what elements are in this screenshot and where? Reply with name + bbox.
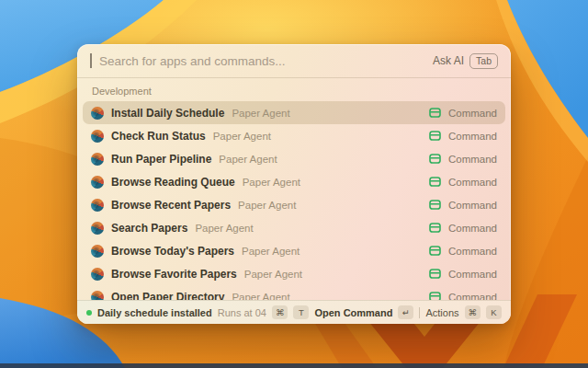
section-header: Development (77, 78, 511, 101)
command-type-icon (429, 199, 441, 211)
command-title: Search Papers (111, 222, 187, 235)
command-title: Check Run Status (111, 130, 206, 143)
cmd-key: ⌘ (465, 305, 481, 319)
paper-agent-app-icon (91, 153, 104, 166)
command-subtitle: Paper Agent (219, 154, 277, 165)
command-list: Install Daily Schedule Paper Agent Comma… (77, 101, 511, 308)
list-item[interactable]: Run Paper Pipeline Paper Agent Command (83, 147, 505, 170)
command-subtitle: Paper Agent (243, 177, 300, 188)
command-title: Browse Today's Papers (111, 245, 234, 258)
command-subtitle: Paper Agent (195, 223, 253, 234)
command-type-icon (429, 130, 441, 142)
paper-agent-app-icon (91, 245, 104, 258)
paper-agent-app-icon (91, 222, 104, 235)
command-type-label: Command (448, 131, 497, 142)
list-item[interactable]: Browse Today's Papers Paper Agent Comman… (83, 239, 505, 262)
paper-agent-app-icon (91, 268, 104, 281)
command-type-label: Command (448, 154, 497, 165)
cmd-key: ⌘ (272, 305, 288, 319)
list-item[interactable]: Check Run Status Paper Agent Command (83, 124, 505, 147)
command-subtitle: Paper Agent (242, 246, 300, 257)
text-caret (90, 53, 92, 68)
command-type-icon (429, 268, 441, 280)
command-title: Browse Favorite Papers (111, 268, 237, 281)
status-dot-icon (86, 310, 92, 316)
actions-button[interactable]: Actions (425, 307, 458, 318)
command-type-label: Command (448, 108, 497, 119)
command-subtitle: Paper Agent (232, 108, 289, 119)
command-title: Install Daily Schedule (111, 107, 224, 120)
command-title: Browse Recent Papers (111, 199, 231, 212)
command-subtitle: Paper Agent (238, 200, 296, 211)
search-placeholder: Search for apps and commands... (99, 54, 425, 68)
return-key: ↵ (398, 305, 413, 319)
command-type-label: Command (448, 177, 497, 188)
command-type-icon (429, 176, 441, 188)
command-type-label: Command (448, 223, 497, 234)
k-key: K (486, 305, 502, 319)
footer-bar: Daily schedule installed Runs at 04:00 a… (77, 300, 511, 324)
command-subtitle: Paper Agent (244, 269, 302, 280)
list-item[interactable]: Browse Reading Queue Paper Agent Command (83, 170, 505, 193)
tab-key: Tab (469, 53, 498, 69)
search-input[interactable]: Search for apps and commands... Ask AI T… (77, 44, 511, 77)
paper-agent-app-icon (91, 199, 104, 212)
list-item[interactable]: Install Daily Schedule Paper Agent Comma… (83, 101, 505, 124)
command-title: Run Paper Pipeline (111, 153, 211, 166)
paper-agent-app-icon (91, 130, 104, 143)
command-type-icon (429, 107, 441, 119)
t-key: T (293, 305, 309, 319)
paper-agent-app-icon (91, 176, 104, 189)
footer-divider (419, 307, 420, 318)
ask-ai-button[interactable]: Ask AI Tab (433, 53, 498, 69)
command-title: Browse Reading Queue (111, 176, 235, 189)
list-item[interactable]: Browse Recent Papers Paper Agent Command (83, 193, 505, 216)
status-description: Runs at 04:00 and catches u... (218, 307, 266, 318)
list-item[interactable]: Browse Favorite Papers Paper Agent Comma… (83, 262, 505, 285)
command-type-label: Command (448, 200, 497, 211)
paper-agent-app-icon (91, 107, 104, 120)
command-type-icon (429, 245, 441, 257)
command-type-label: Command (448, 269, 497, 280)
ask-ai-label: Ask AI (433, 54, 464, 67)
list-item[interactable]: Search Papers Paper Agent Command (83, 216, 505, 239)
command-type-icon (429, 222, 441, 234)
open-command-button[interactable]: Open Command (314, 307, 392, 318)
command-type-icon (429, 153, 441, 165)
status-title: Daily schedule installed (97, 307, 212, 318)
footer-actions: Open Command ↵ Actions ⌘ K (314, 305, 502, 319)
command-subtitle: Paper Agent (213, 131, 271, 142)
launcher-window: Search for apps and commands... Ask AI T… (77, 44, 511, 324)
command-type-label: Command (448, 246, 497, 257)
